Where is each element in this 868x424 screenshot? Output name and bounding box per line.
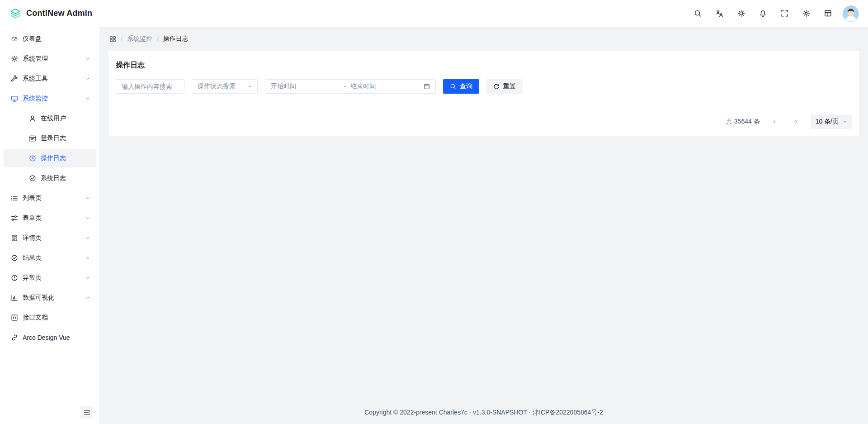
history-icon: [29, 155, 36, 162]
pagination-prev-button[interactable]: [767, 114, 782, 129]
sidebar-item-label: 结果页: [23, 254, 80, 262]
calendar-icon: [424, 83, 430, 90]
content-search-input[interactable]: [116, 79, 184, 94]
pagination: 共 35644 条 10 条/页: [116, 114, 852, 129]
date-range-separator: -: [344, 83, 346, 90]
chevron-down-icon: [85, 235, 90, 241]
logo-area[interactable]: ContiNew Admin: [9, 7, 92, 20]
form-icon: [11, 214, 18, 222]
fullscreen-icon[interactable]: [777, 6, 792, 21]
sidebar-item-label: 接口文档: [23, 314, 90, 322]
result-icon: [11, 254, 18, 262]
app-logo-icon: [9, 7, 22, 20]
sidebar-item-list-page[interactable]: 列表页: [4, 189, 96, 207]
app-root: ContiNew Admin 仪表盘系统管理系统工具系统监控在线用户登录日志操作…: [0, 0, 868, 424]
sidebar-item-data-visualization[interactable]: 数据可视化: [4, 289, 96, 307]
sidebar-item-label: 列表页: [23, 194, 80, 202]
sidebar-item-label: 在线用户: [41, 114, 90, 123]
pagination-total: 共 35644 条: [726, 118, 760, 126]
reset-button[interactable]: 重置: [486, 79, 523, 94]
sidebar-item-online-users[interactable]: 在线用户: [4, 110, 96, 128]
breadcrumb-item-operation-log: 操作日志: [163, 35, 189, 43]
breadcrumb-separator: /: [157, 35, 159, 43]
topbar-icons: [690, 6, 835, 21]
layout-icon[interactable]: [820, 6, 835, 21]
sidebar-item-detail-page[interactable]: 详情页: [4, 229, 96, 247]
user-avatar[interactable]: [843, 5, 859, 22]
sidebar-item-system-log[interactable]: 系统日志: [4, 169, 96, 187]
chevron-down-icon: [85, 255, 90, 261]
gear-icon: [11, 55, 18, 62]
search-button-label: 查询: [460, 82, 472, 91]
chevron-right-icon: [793, 119, 799, 124]
sidebar-menu: 仪表盘系统管理系统工具系统监控在线用户登录日志操作日志系统日志列表页表单页详情页…: [0, 30, 99, 424]
sidebar-item-login-log[interactable]: 登录日志: [4, 129, 96, 148]
sidebar-item-label: Arco Design Vue: [23, 334, 90, 341]
sidebar-item-label: 表单页: [23, 214, 80, 222]
date-start-placeholder[interactable]: 开始时间: [271, 82, 340, 91]
sidebar-item-result-page[interactable]: 结果页: [4, 249, 96, 267]
chevron-down-icon: [842, 119, 848, 124]
sidebar-item-label: 系统工具: [23, 75, 80, 83]
exception-icon: [11, 274, 18, 281]
date-range-picker[interactable]: 开始时间 - 结束时间: [265, 79, 436, 94]
dashboard-icon: [11, 35, 18, 43]
tool-icon: [11, 75, 18, 82]
chevron-down-icon: [85, 56, 90, 62]
link-icon: [11, 334, 18, 341]
date-end-placeholder[interactable]: 结束时间: [350, 82, 419, 91]
sidebar-item-label: 系统管理: [23, 55, 80, 63]
pagination-next-button[interactable]: [789, 114, 803, 129]
sidebar: 仪表盘系统管理系统工具系统监控在线用户登录日志操作日志系统日志列表页表单页详情页…: [0, 27, 99, 424]
reset-button-label: 重置: [503, 82, 516, 91]
sidebar-item-dashboard[interactable]: 仪表盘: [4, 30, 96, 48]
detail-icon: [11, 234, 18, 242]
sidebar-item-exception-page[interactable]: 异常页: [4, 269, 96, 287]
layout: 仪表盘系统管理系统工具系统监控在线用户登录日志操作日志系统日志列表页表单页详情页…: [0, 27, 868, 424]
sidebar-item-system-tools[interactable]: 系统工具: [4, 70, 96, 88]
apps-icon[interactable]: [109, 36, 116, 43]
collapse-icon: [84, 409, 90, 416]
sidebar-item-operation-log[interactable]: 操作日志: [4, 149, 96, 167]
login-log-icon: [29, 135, 36, 142]
sidebar-item-system-monitor[interactable]: 系统监控: [4, 90, 96, 108]
sidebar-item-label: 操作日志: [41, 154, 90, 162]
page-size-select[interactable]: 10 条/页: [811, 114, 852, 129]
sidebar-item-label: 详情页: [23, 234, 80, 242]
breadcrumb-separator: /: [121, 35, 123, 43]
sidebar-item-system-management[interactable]: 系统管理: [4, 50, 96, 68]
chevron-down-icon: [85, 215, 90, 221]
chevron-down-icon: [85, 195, 90, 201]
topbar: ContiNew Admin: [0, 0, 868, 27]
theme-icon[interactable]: [733, 6, 749, 21]
chevron-down-icon: [85, 76, 90, 81]
sidebar-item-label: 异常页: [23, 274, 80, 282]
sidebar-item-form-page[interactable]: 表单页: [4, 209, 96, 227]
sidebar-collapse-button[interactable]: [80, 406, 93, 419]
list-icon: [11, 195, 18, 202]
refresh-icon: [493, 83, 500, 90]
sidebar-item-label: 仪表盘: [23, 35, 90, 43]
sidebar-item-arco-design-vue[interactable]: Arco Design Vue: [4, 329, 96, 347]
breadcrumb-item-system-monitor[interactable]: 系统监控: [127, 35, 152, 43]
chevron-down-icon: [85, 275, 90, 281]
page-title: 操作日志: [116, 61, 852, 70]
chevron-up-icon: [85, 96, 90, 101]
chevron-down-icon: [85, 295, 90, 300]
sidebar-item-api-docs[interactable]: 接口文档: [4, 309, 96, 327]
translate-icon[interactable]: [712, 6, 727, 21]
monitor-icon: [11, 95, 18, 102]
notification-icon[interactable]: [755, 6, 770, 21]
app-title: ContiNew Admin: [26, 9, 92, 18]
settings-icon[interactable]: [798, 6, 814, 21]
search-button[interactable]: 查询: [443, 79, 479, 94]
status-select[interactable]: 操作状态搜索: [192, 79, 258, 94]
status-select-placeholder: 操作状态搜索: [198, 82, 236, 91]
filter-bar: 操作状态搜索 开始时间 - 结束时间 查询: [116, 79, 852, 94]
page-size-label: 10 条/页: [816, 118, 839, 126]
search-icon: [450, 83, 456, 90]
main-content: / 系统监控 / 操作日志 操作日志 操作状态搜索 开始时间 - 结束时间: [99, 27, 868, 424]
breadcrumb: / 系统监控 / 操作日志: [99, 27, 868, 51]
search-icon[interactable]: [690, 6, 705, 21]
sidebar-item-label: 登录日志: [41, 134, 90, 143]
